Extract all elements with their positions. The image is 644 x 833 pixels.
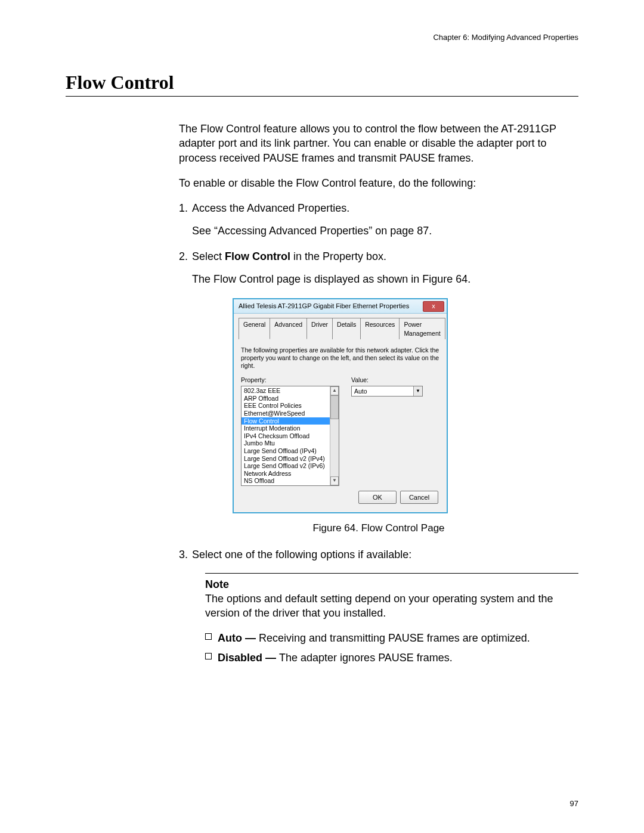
list-item[interactable]: Jumbo Mtu [242,439,330,447]
property-label: Property: [241,376,339,384]
step-2-bold: Flow Control [225,250,290,262]
figure-caption: Figure 64. Flow Control Page [179,522,578,535]
step-2-sub: The Flow Control page is displayed as sh… [192,272,578,286]
tab-advanced[interactable]: Advanced [270,318,307,339]
properties-dialog: Allied Telesis AT-2911GP Gigabit Fiber E… [233,298,448,513]
list-item[interactable]: ARP Offload [242,395,330,402]
property-listbox[interactable]: 802.3az EEEARP OffloadEEE Control Polici… [241,386,339,486]
tab-resources[interactable]: Resources [360,318,400,339]
option-disabled: Disabled — The adapter ignores PAUSE fra… [205,651,578,665]
value-dropdown[interactable]: Auto ▼ [351,386,423,397]
step-2-pre: Select [192,250,225,262]
scroll-down-icon[interactable]: ▼ [330,476,339,485]
page-number: 97 [570,799,578,808]
tab-power-management[interactable]: Power Management [399,318,445,339]
checkbox-icon [205,653,212,659]
list-item[interactable]: NS Offload [242,477,330,485]
note-box: Note The options and default setting dep… [205,573,578,621]
option-auto-label: Auto — [218,632,259,644]
lead-in: To enable or disable the Flow Control fe… [179,176,578,190]
option-disabled-desc: The adapter ignores PAUSE frames. [279,652,453,664]
tab-driver[interactable]: Driver [306,318,333,339]
dropdown-arrow-icon[interactable]: ▼ [413,386,422,396]
step-2: 2.Select Flow Control in the Property bo… [179,249,578,287]
intro-paragraph: The Flow Control feature allows you to c… [179,122,578,165]
step-2-post: in the Property box. [290,250,386,262]
dialog-title: Allied Telesis AT-2911GP Gigabit Fiber E… [239,302,409,311]
close-button[interactable]: x [423,301,444,312]
list-item[interactable]: Large Send Offload v2 (IPv4) [242,455,330,463]
cancel-button[interactable]: Cancel [400,491,438,504]
scroll-thumb[interactable] [330,395,339,419]
step-1: 1.Access the Advanced Properties. See “A… [179,201,578,239]
step-1-sub: See “Accessing Advanced Properties” on p… [192,224,578,238]
tab-description: The following properties are available f… [241,346,439,370]
list-item[interactable]: Priority & VLAN [242,485,330,485]
list-item[interactable]: IPv4 Checksum Offload [242,432,330,440]
list-item[interactable]: Large Send Offload (IPv4) [242,447,330,455]
step-1-text: Access the Advanced Properties. [192,202,349,214]
tab-strip: GeneralAdvancedDriverDetailsResourcesPow… [239,317,442,339]
step-3: 3.Select one of the following options if… [179,547,578,562]
figure-64: Allied Telesis AT-2911GP Gigabit Fiber E… [233,298,578,535]
dialog-titlebar: Allied Telesis AT-2911GP Gigabit Fiber E… [234,299,447,314]
list-item[interactable]: Flow Control [242,417,330,425]
option-auto: Auto — Receiving and transmitting PAUSE … [205,631,578,645]
section-title: Flow Control [66,72,578,97]
list-item[interactable]: 802.3az EEE [242,387,330,395]
list-item[interactable]: Large Send Offload v2 (IPv6) [242,462,330,470]
tab-details[interactable]: Details [332,318,361,339]
list-item[interactable]: EEE Control Policies [242,402,330,410]
scroll-up-icon[interactable]: ▲ [330,386,339,395]
list-item[interactable]: Ethernet@WireSpeed [242,410,330,417]
option-disabled-label: Disabled — [218,652,279,664]
list-item[interactable]: Network Address [242,470,330,478]
note-body: The options and default setting depend o… [205,592,578,621]
list-item[interactable]: Interrupt Moderation [242,425,330,432]
option-auto-desc: Receiving and transmitting PAUSE frames … [259,632,530,644]
ok-button[interactable]: OK [358,491,397,504]
checkbox-icon [205,633,212,640]
value-selected: Auto [354,387,367,395]
tab-general[interactable]: General [239,318,270,339]
note-title: Note [205,577,578,592]
value-label: Value: [351,376,439,384]
chapter-header: Chapter 6: Modifying Advanced Properties [66,33,578,42]
scrollbar[interactable]: ▲ ▼ [330,386,339,485]
step-3-text: Select one of the following options if a… [192,549,411,561]
